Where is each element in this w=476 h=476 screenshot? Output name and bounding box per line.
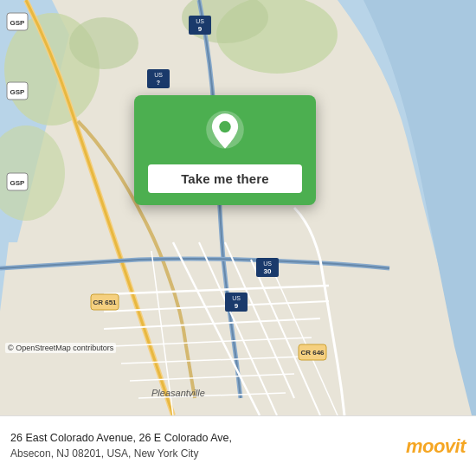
osm-credit: © OpenStreetMap contributors — [5, 343, 116, 353]
svg-text:9: 9 — [198, 25, 203, 33]
bottom-bar: 26 East Colorado Avenue, 26 E Colorado A… — [0, 415, 476, 476]
address-block: 26 East Colorado Avenue, 26 E Colorado A… — [10, 431, 397, 460]
svg-text:CR 651: CR 651 — [93, 299, 117, 306]
svg-point-48 — [219, 121, 230, 132]
popup-card: Take me there — [134, 95, 316, 205]
svg-text:30: 30 — [264, 267, 272, 275]
svg-text:GSP: GSP — [10, 19, 26, 27]
svg-point-3 — [69, 17, 138, 69]
take-me-there-button[interactable]: Take me there — [148, 164, 302, 193]
address-line1: 26 East Colorado Avenue, 26 E Colorado A… — [10, 431, 397, 447]
svg-text:US: US — [232, 295, 241, 301]
map-svg: GSP GSP GSP US 9 US 9 US 9 US ? CR 651 C… — [0, 0, 476, 415]
location-pin-icon — [203, 111, 248, 156]
moovit-logo-text: moovit — [406, 437, 466, 456]
svg-text:US: US — [263, 261, 272, 267]
map-container: GSP GSP GSP US 9 US 9 US 9 US ? CR 651 C… — [0, 0, 476, 415]
svg-text:9: 9 — [235, 302, 239, 310]
svg-text:GSP: GSP — [10, 179, 26, 187]
address-line2: Absecon, NJ 08201, USA, New York City — [10, 447, 397, 461]
svg-text:Pleasantville: Pleasantville — [151, 388, 205, 398]
moovit-logo: moovit — [406, 437, 466, 456]
svg-text:GSP: GSP — [10, 88, 26, 96]
svg-text:US: US — [154, 72, 163, 78]
svg-text:?: ? — [157, 80, 160, 86]
svg-text:CR 646: CR 646 — [300, 349, 325, 357]
svg-text:US: US — [196, 18, 204, 24]
